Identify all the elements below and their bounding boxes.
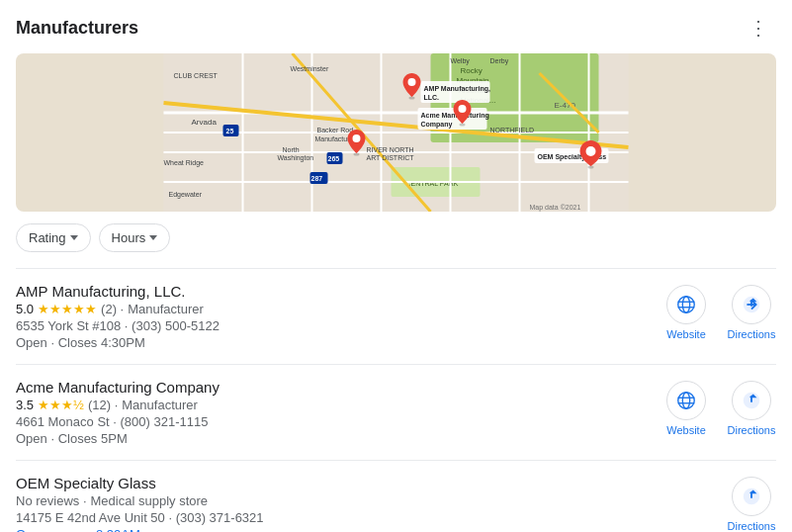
directions-button[interactable]: Directions [727, 285, 776, 340]
svg-point-57 [586, 146, 596, 156]
manufacturers-header: Manufacturers ⋮ [16, 12, 776, 44]
svg-point-51 [408, 78, 416, 86]
website-button[interactable]: Website [661, 285, 711, 340]
svg-text:LLC.: LLC. [424, 94, 440, 101]
svg-text:25: 25 [226, 128, 234, 134]
no-reviews: No reviews · [16, 493, 87, 508]
svg-text:265: 265 [328, 155, 340, 162]
website-label: Website [666, 328, 706, 340]
hours-filter[interactable]: Hours [99, 223, 171, 252]
map-container[interactable]: Rocky Mountain Arsenal National... CENTR… [16, 53, 776, 212]
directions-label: Directions [728, 424, 776, 436]
svg-text:Welby: Welby [451, 57, 471, 65]
star-icons: ★★★½ [38, 398, 84, 412]
rating-filter-label: Rating [29, 230, 66, 245]
svg-point-65 [682, 393, 689, 409]
category: Manufacturer [128, 302, 204, 316]
svg-text:Westminster: Westminster [291, 65, 329, 72]
svg-text:Rocky: Rocky [461, 66, 483, 75]
directions-icon [732, 477, 771, 516]
result-name: AMP Manufacturing, LLC. [16, 283, 648, 300]
result-hours: Open · Closes 4:30PM [16, 335, 648, 350]
svg-text:287: 287 [311, 175, 323, 182]
table-row: AMP Manufacturing, LLC. 5.0 ★★★★★ (2) · … [16, 269, 776, 365]
svg-point-53 [459, 105, 467, 113]
website-label: Website [666, 424, 706, 436]
svg-text:Company: Company [421, 121, 453, 129]
rating-value: 5.0 [16, 302, 34, 316]
svg-text:Arvada: Arvada [192, 118, 218, 127]
website-button[interactable]: Website [661, 381, 711, 436]
star-icons: ★★★★★ [38, 302, 97, 316]
result-name: Acme Manufacturing Company [16, 379, 648, 396]
result-info: AMP Manufacturing, LLC. 5.0 ★★★★★ (2) · … [16, 283, 648, 350]
svg-point-64 [678, 393, 695, 409]
directions-button[interactable]: Directions [727, 381, 776, 436]
result-actions: Website Directions [648, 379, 776, 436]
website-icon [666, 285, 706, 324]
result-name: OEM Specialty Glass [16, 475, 648, 491]
directions-label: Directions [728, 520, 776, 532]
website-icon [666, 381, 706, 420]
result-info: Acme Manufacturing Company 3.5 ★★★½ (12)… [16, 379, 648, 446]
directions-icon [732, 285, 771, 324]
svg-text:CLUB CREST: CLUB CREST [174, 72, 219, 79]
table-row: OEM Specialty Glass No reviews · Medical… [16, 461, 776, 532]
review-count: (2) · [101, 302, 124, 316]
rating-chevron-icon [70, 235, 78, 240]
rating-filter[interactable]: Rating [16, 223, 91, 252]
result-actions: Directions [648, 475, 776, 532]
result-hours: Open · Closes 5PM [16, 431, 648, 446]
rating-row: 5.0 ★★★★★ (2) · Manufacturer [16, 302, 648, 316]
svg-text:North: North [283, 146, 300, 153]
svg-text:Edgewater: Edgewater [169, 191, 203, 199]
opens-soon-text: Opens soon · 8:30AM [16, 527, 140, 532]
more-options-button[interactable]: ⋮ [741, 12, 776, 44]
category: Manufacturer [122, 398, 198, 412]
svg-text:Washington: Washington [278, 154, 314, 162]
table-row: Acme Manufacturing Company 3.5 ★★★½ (12)… [16, 365, 776, 461]
svg-text:ART DISTRICT: ART DISTRICT [367, 154, 415, 161]
svg-text:Derby: Derby [490, 57, 509, 65]
hours-chevron-icon [149, 235, 157, 240]
filters-row: Rating Hours [16, 223, 776, 252]
directions-button[interactable]: Directions [727, 477, 776, 532]
hours-filter-label: Hours [112, 230, 146, 245]
rating-row: 3.5 ★★★½ (12) · Manufacturer [16, 398, 648, 412]
svg-text:NORTHFIELD: NORTHFIELD [490, 127, 535, 133]
svg-point-55 [353, 134, 361, 142]
review-count: (12) · [88, 398, 118, 412]
svg-text:RIVER NORTH: RIVER NORTH [367, 146, 414, 153]
category: Medical supply store [91, 493, 209, 508]
svg-text:Backer Rod: Backer Rod [317, 127, 354, 133]
rating-value: 3.5 [16, 398, 34, 412]
rating-row: No reviews · Medical supply store [16, 493, 648, 508]
svg-point-60 [682, 297, 689, 313]
results-list: AMP Manufacturing, LLC. 5.0 ★★★★★ (2) · … [16, 268, 776, 532]
svg-text:AMP Manufacturing,: AMP Manufacturing, [424, 85, 491, 93]
page-title: Manufacturers [16, 18, 138, 39]
directions-icon [732, 381, 771, 420]
result-address: 14175 E 42nd Ave Unit 50 · (303) 371-632… [16, 510, 648, 525]
result-address: 4661 Monaco St · (800) 321-1115 [16, 414, 648, 429]
svg-text:Map data ©2021: Map data ©2021 [530, 204, 581, 212]
svg-point-59 [678, 297, 695, 313]
result-actions: Website Directions [648, 283, 776, 340]
svg-text:Wheat Ridge: Wheat Ridge [164, 159, 205, 167]
directions-label: Directions [728, 328, 776, 340]
result-address: 6535 York St #108 · (303) 500-5122 [16, 318, 648, 333]
result-info: OEM Specialty Glass No reviews · Medical… [16, 475, 648, 532]
result-hours: Opens soon · 8:30AM [16, 527, 648, 532]
